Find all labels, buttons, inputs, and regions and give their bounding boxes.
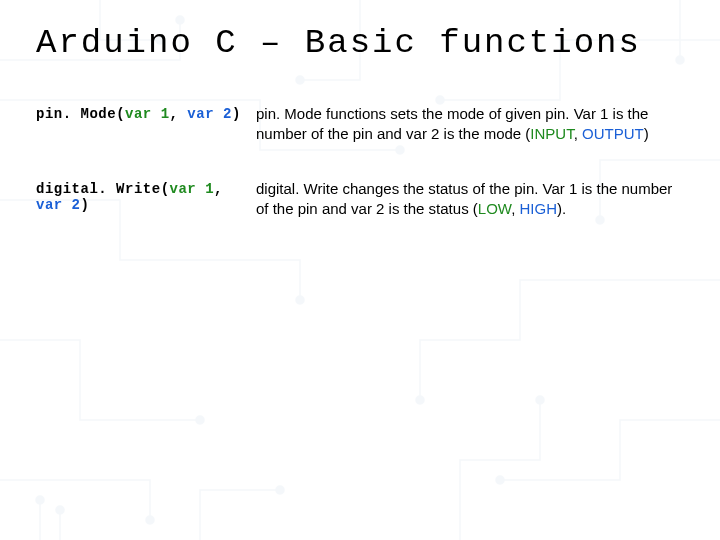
page-title: Arduino C – Basic functions — [36, 24, 684, 62]
svg-point-4 — [146, 516, 154, 524]
svg-point-8 — [496, 476, 504, 484]
keyword-2: OUTPUT — [582, 125, 644, 142]
svg-point-10 — [536, 396, 544, 404]
svg-point-11 — [276, 486, 284, 494]
function-row: digital. Write(var 1, var 2) digital. Wr… — [36, 179, 684, 220]
svg-point-12 — [36, 496, 44, 504]
function-row: pin. Mode(var 1, var 2) pin. Mode functi… — [36, 104, 684, 145]
function-name: digital. Write — [36, 181, 161, 197]
param-1: var 1 — [125, 106, 170, 122]
param-2: var 2 — [187, 106, 232, 122]
svg-point-13 — [56, 506, 64, 514]
keyword-1: INPUT — [530, 125, 573, 142]
function-description: digital. Write changes the status of the… — [256, 179, 684, 220]
svg-point-7 — [416, 396, 424, 404]
function-name: pin. Mode — [36, 106, 116, 122]
svg-point-2 — [296, 296, 304, 304]
function-description: pin. Mode functions sets the mode of giv… — [256, 104, 684, 145]
keyword-1: LOW — [478, 200, 511, 217]
param-2: var 2 — [36, 197, 81, 213]
function-signature: digital. Write(var 1, var 2) — [36, 179, 256, 213]
keyword-2: HIGH — [519, 200, 557, 217]
function-signature: pin. Mode(var 1, var 2) — [36, 104, 256, 122]
param-1: var 1 — [170, 181, 215, 197]
svg-point-3 — [196, 416, 204, 424]
